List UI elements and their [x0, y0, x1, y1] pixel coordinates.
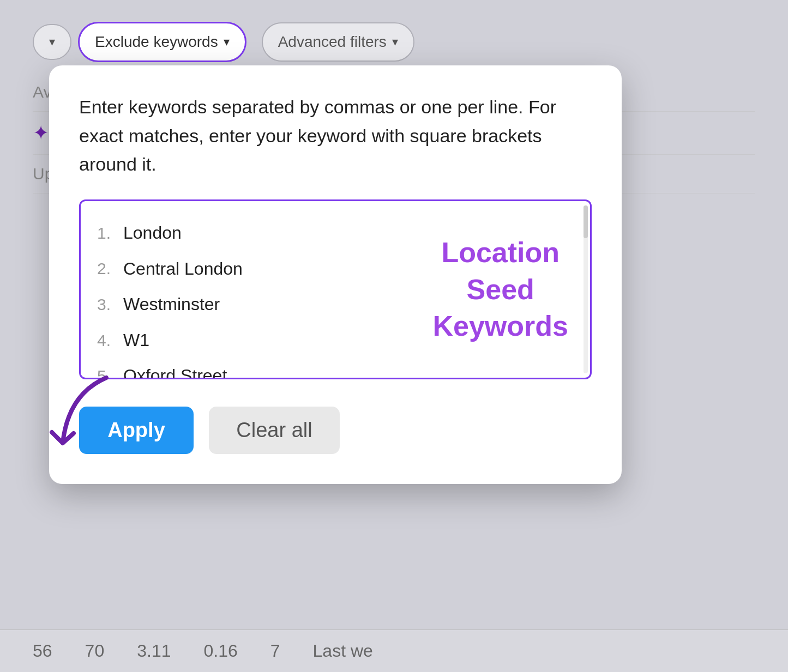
keyword-num-1: 1.	[97, 219, 117, 248]
action-buttons-row: Apply Clear all	[79, 407, 592, 454]
keyword-text-4: W1	[123, 325, 149, 356]
keyword-text-5: Oxford Street	[123, 360, 227, 378]
keyword-text-3: Westminster	[123, 289, 220, 320]
clear-all-button[interactable]: Clear all	[209, 407, 340, 454]
modal-overlay: Enter keywords separated by commas or on…	[0, 0, 788, 672]
modal-description-text: Enter keywords separated by commas or on…	[79, 93, 592, 179]
scrollbar-track[interactable]	[584, 205, 588, 373]
exclude-keywords-modal: Enter keywords separated by commas or on…	[49, 65, 622, 484]
keyword-num-4: 4.	[97, 326, 117, 355]
keyword-text-2: Central London	[123, 253, 243, 285]
keywords-list[interactable]: 1. London 2. Central London 3. Westminst…	[81, 201, 590, 378]
keyword-item-2: 2. Central London	[97, 253, 579, 285]
keyword-item-4: 4. W1	[97, 325, 579, 356]
keyword-num-3: 3.	[97, 290, 117, 319]
keyword-num-2: 2.	[97, 254, 117, 283]
keyword-text-1: London	[123, 217, 182, 249]
keyword-item-3: 3. Westminster	[97, 289, 579, 320]
keywords-input-area[interactable]: 1. London 2. Central London 3. Westminst…	[79, 199, 592, 379]
keyword-item-5: 5. Oxford Street	[97, 360, 579, 378]
arrow-annotation	[35, 372, 123, 470]
keyword-item-1: 1. London	[97, 217, 579, 249]
scrollbar-thumb[interactable]	[584, 205, 588, 238]
